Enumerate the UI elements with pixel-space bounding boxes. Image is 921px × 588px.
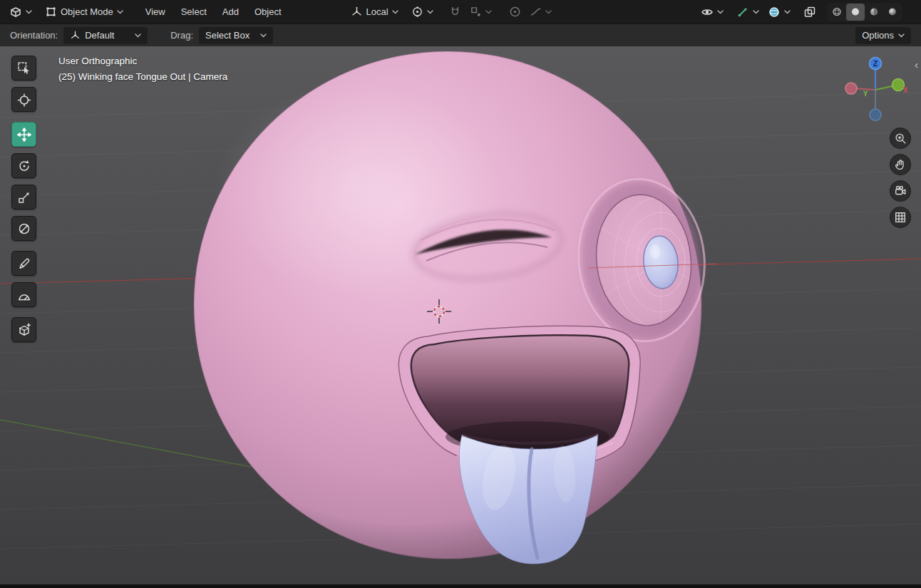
orientation-value: Default (85, 30, 130, 41)
falloff-curve-icon (530, 6, 542, 18)
annotate-pen-icon (17, 257, 31, 271)
shading-material-button[interactable] (865, 4, 883, 21)
zoom-button[interactable] (890, 128, 911, 149)
menu-add[interactable]: Add (215, 3, 246, 21)
menu-view[interactable]: View (138, 3, 173, 21)
menu-object[interactable]: Object (247, 3, 289, 21)
eye-icon (701, 6, 714, 19)
menu-select[interactable]: Select (174, 3, 214, 21)
pan-button[interactable] (890, 154, 911, 175)
viewport-canvas[interactable] (0, 46, 921, 584)
chevron-down-icon (135, 33, 141, 38)
viewport-header: Object Mode View Select Add Object Local (0, 0, 921, 24)
snap-settings[interactable] (466, 3, 495, 21)
drag-label: Drag: (170, 30, 193, 41)
drag-value: Select Box (205, 30, 256, 41)
editor-type-selector[interactable] (6, 3, 36, 21)
transform-orientation-selector[interactable]: Local (347, 3, 402, 21)
axis-label-y: Y (863, 90, 868, 98)
chevron-down-icon (26, 10, 32, 14)
3d-cursor-icon (17, 93, 31, 107)
chevron-down-icon (717, 10, 724, 14)
drag-dropdown[interactable]: Select Box (199, 27, 273, 44)
zoom-icon (894, 132, 907, 145)
add-tool-group (11, 317, 36, 342)
transform-tool[interactable] (11, 216, 36, 241)
select-box-icon (17, 61, 31, 76)
orientation-axes-icon (70, 30, 81, 41)
add-cube-icon (17, 323, 31, 337)
pivot-point-icon (411, 6, 423, 18)
tool-settings-bar: Orientation: Default Drag: Select Box Op… (0, 24, 921, 46)
overlays-icon (768, 6, 781, 19)
sidebar-toggle[interactable]: ‹ (912, 58, 920, 71)
solid-shading-icon (850, 6, 860, 18)
grid-icon (894, 211, 907, 224)
camera-view-button[interactable] (890, 180, 911, 202)
rotate-icon (17, 159, 31, 173)
annotate-tool[interactable] (11, 251, 36, 276)
viewport-nav-buttons (890, 128, 911, 228)
transform-tool-group (11, 122, 36, 241)
nav-axis-gizmo[interactable]: Z Y X (841, 55, 910, 123)
select-box-tool[interactable] (11, 56, 36, 81)
object-visibility-selector[interactable] (697, 3, 727, 21)
proportional-editing-icon (509, 6, 521, 18)
axis-label-z: Z (873, 60, 878, 68)
annotate-tool-group (11, 251, 36, 307)
tool-column (11, 56, 36, 342)
move-icon (17, 128, 31, 142)
snap-increment-icon (470, 6, 482, 18)
orientation-dropdown[interactable]: Default (63, 27, 148, 44)
rendered-shading-icon (887, 6, 897, 18)
chevron-down-icon (427, 10, 433, 14)
axis-ball-neg-z[interactable] (870, 109, 881, 120)
object-mode-icon (45, 6, 57, 18)
snap-toggle[interactable] (446, 3, 465, 21)
orientation-value: Local (366, 6, 389, 17)
chevron-down-icon (784, 10, 791, 14)
transform-icon (17, 222, 31, 236)
mode-label: Object Mode (61, 6, 113, 17)
chevron-down-icon (545, 10, 552, 14)
measure-icon (17, 288, 31, 302)
move-tool[interactable] (11, 122, 36, 147)
rotate-tool[interactable] (11, 153, 36, 178)
camera-icon (894, 185, 907, 197)
options-dropdown[interactable]: Options (855, 27, 911, 44)
mode-selector[interactable]: Object Mode (41, 3, 127, 21)
scale-icon (17, 190, 31, 205)
shading-solid-button[interactable] (846, 4, 865, 21)
shading-rendered-button[interactable] (883, 4, 902, 21)
gizmos-toggle[interactable] (733, 3, 763, 21)
axis-label-x: X (903, 86, 908, 94)
overlays-toggle[interactable] (764, 3, 794, 21)
shading-wireframe-button[interactable] (828, 4, 846, 21)
xray-toggle[interactable] (800, 3, 820, 21)
status-bar (0, 584, 921, 588)
measure-tool[interactable] (11, 282, 36, 307)
orientation-icon (351, 6, 363, 18)
chevron-down-icon (117, 10, 123, 14)
3d-viewport: User Orthographic (25) Winking face Tong… (0, 46, 921, 584)
chevron-down-icon (753, 10, 759, 14)
axis-ball-neg-x[interactable] (845, 83, 857, 94)
perspective-toggle-button[interactable] (890, 207, 911, 228)
orientation-label: Orientation: (10, 30, 58, 41)
add-cube-tool[interactable] (11, 317, 36, 342)
chevron-down-icon (392, 10, 398, 14)
viewport-shading-group (827, 3, 902, 21)
hand-icon (894, 158, 907, 171)
chevron-down-icon (260, 33, 267, 38)
chevron-down-icon (485, 10, 492, 14)
cursor-tool[interactable] (11, 87, 36, 112)
xray-icon (803, 6, 816, 19)
blender-window: Object Mode View Select Add Object Local (0, 0, 921, 588)
chevron-down-icon (898, 33, 905, 38)
scale-tool[interactable] (11, 185, 36, 210)
proportional-falloff-selector[interactable] (526, 3, 555, 21)
pivot-point-selector[interactable] (408, 3, 437, 21)
editor-type-icon (9, 6, 22, 19)
proportional-editing-toggle[interactable] (505, 3, 525, 21)
options-label: Options (862, 30, 894, 41)
